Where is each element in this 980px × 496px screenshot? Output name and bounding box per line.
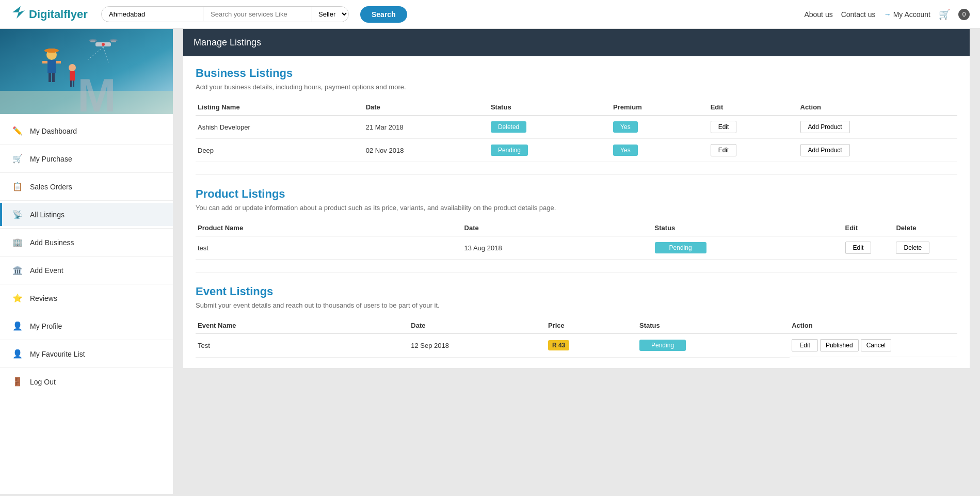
search-button[interactable]: Search — [360, 6, 407, 23]
sidebar-item-all-listings[interactable]: 📡 All Listings — [0, 203, 173, 226]
reviews-icon: ⭐ — [12, 293, 23, 303]
main-layout: M — [0, 29, 980, 494]
event-price-1: R 43 — [546, 334, 637, 358]
product-status-1: Pending — [653, 236, 843, 260]
edit-button-1[interactable]: Edit — [711, 121, 737, 133]
sidebar-item-reviews[interactable]: ⭐ Reviews — [0, 286, 173, 310]
svg-point-11 — [69, 64, 76, 71]
col-listing-edit: Edit — [709, 99, 798, 116]
listing-edit-1: Edit — [709, 116, 798, 139]
col-event-status: Status — [637, 317, 790, 334]
listing-action-2: Add Product — [798, 139, 957, 162]
search-services-input[interactable] — [203, 7, 312, 21]
favourite-icon: 👤 — [12, 349, 23, 359]
sidebar-label-add-event: Add Event — [30, 266, 63, 275]
event-actions-1: Edit Published Cancel — [790, 334, 957, 357]
event-name-1: Test — [196, 334, 409, 358]
col-product-delete: Delete — [894, 220, 957, 236]
event-date-1: 12 Sep 2018 — [409, 334, 546, 358]
svg-point-18 — [102, 43, 105, 46]
add-product-button-1[interactable]: Add Product — [800, 121, 850, 133]
dashboard-icon: ✏️ — [12, 126, 23, 136]
svg-rect-5 — [49, 49, 55, 53]
svg-rect-7 — [49, 73, 51, 82]
logo-icon — [10, 4, 27, 24]
sidebar-item-purchase[interactable]: 🛒 My Purchase — [0, 147, 173, 170]
my-account-link[interactable]: → My Account — [884, 10, 930, 19]
search-type-select[interactable]: Seller Buyer — [312, 7, 348, 22]
svg-text:M: M — [77, 70, 116, 114]
edit-button-2[interactable]: Edit — [711, 144, 737, 156]
product-delete-button-1[interactable]: Delete — [896, 242, 929, 254]
svg-rect-8 — [52, 73, 55, 82]
sidebar: M — [0, 29, 173, 494]
col-listing-status: Status — [489, 99, 611, 116]
event-edit-button-1[interactable]: Edit — [792, 339, 818, 351]
listing-name-1: Ashish Developer — [196, 116, 364, 139]
listing-name-2: Deep — [196, 139, 364, 162]
sidebar-item-favourite[interactable]: 👤 My Favourite List — [0, 342, 173, 365]
logo[interactable]: Digitalflyer — [10, 4, 93, 24]
sidebar-item-dashboard[interactable]: ✏️ My Dashboard — [0, 119, 173, 142]
divider-3 — [0, 200, 173, 201]
separator-2 — [196, 272, 957, 273]
business-listings-table: Listing Name Date Status Premium Edit Ac… — [196, 99, 957, 162]
sidebar-label-add-business: Add Business — [30, 238, 74, 247]
add-event-icon: 🏛️ — [12, 265, 23, 275]
listing-status-1: Deleted — [489, 116, 611, 139]
event-listings-table: Event Name Date Price Status Action Test… — [196, 317, 957, 358]
sidebar-label-purchase: My Purchase — [30, 155, 72, 163]
divider-8 — [0, 340, 173, 340]
svg-rect-9 — [42, 61, 47, 63]
col-event-date: Date — [409, 317, 546, 334]
about-us-link[interactable]: About us — [804, 10, 832, 19]
product-name-1: test — [196, 236, 462, 260]
product-edit-button-1[interactable]: Edit — [845, 242, 872, 254]
search-bar: Seller Buyer — [101, 6, 349, 22]
sidebar-item-my-profile[interactable]: 👤 My Profile — [0, 314, 173, 338]
divider-5 — [0, 256, 173, 257]
event-cancel-button-1[interactable]: Cancel — [861, 339, 891, 351]
table-row: Deep 02 Nov 2018 Pending Yes Edit Add Pr… — [196, 139, 957, 162]
search-city-input[interactable] — [102, 7, 203, 21]
svg-rect-6 — [47, 60, 56, 73]
table-row: Test 12 Sep 2018 R 43 Pending Edit Publi… — [196, 334, 957, 358]
sidebar-item-add-business[interactable]: 🏢 Add Business — [0, 231, 173, 254]
event-status-1: Pending — [637, 334, 790, 358]
sidebar-label-sales-orders: Sales Orders — [30, 183, 72, 191]
contact-us-link[interactable]: Contact us — [841, 10, 876, 19]
col-listing-action: Action — [798, 99, 957, 116]
listing-date-2: 02 Nov 2018 — [364, 139, 489, 162]
header: Digitalflyer Seller Buyer Search About u… — [0, 0, 980, 29]
svg-rect-12 — [70, 71, 75, 81]
sidebar-nav: ✏️ My Dashboard 🛒 My Purchase 📋 Sales Or… — [0, 114, 173, 398]
sidebar-item-sales-orders[interactable]: 📋 Sales Orders — [0, 175, 173, 198]
cart-badge: 0 — [958, 9, 970, 20]
col-event-action: Action — [790, 317, 957, 334]
event-listings-desc: Submit your event details and reach out … — [196, 301, 957, 309]
svg-rect-13 — [70, 81, 72, 87]
separator-1 — [196, 174, 957, 175]
product-edit-1: Edit — [843, 236, 894, 260]
listing-edit-2: Edit — [709, 139, 798, 162]
col-event-price: Price — [546, 317, 637, 334]
product-date-1: 13 Aug 2018 — [462, 236, 653, 260]
sidebar-item-add-event[interactable]: 🏛️ Add Event — [0, 259, 173, 282]
add-product-button-2[interactable]: Add Product — [800, 144, 850, 156]
col-product-date: Date — [462, 220, 653, 236]
divider-7 — [0, 312, 173, 312]
divider-6 — [0, 284, 173, 284]
sales-orders-icon: 📋 — [12, 182, 23, 191]
divider-4 — [0, 228, 173, 229]
col-listing-name: Listing Name — [196, 99, 364, 116]
event-published-button-1[interactable]: Published — [820, 339, 859, 351]
sidebar-label-reviews: Reviews — [30, 294, 57, 302]
divider-1 — [0, 145, 173, 145]
manage-listings-header: Manage Listings — [183, 29, 970, 56]
sidebar-item-logout[interactable]: 🚪 Log Out — [0, 370, 173, 393]
table-row: test 13 Aug 2018 Pending Edit Delete — [196, 236, 957, 260]
col-product-edit: Edit — [843, 220, 894, 236]
cart-icon[interactable]: 🛒 — [939, 9, 950, 20]
purchase-icon: 🛒 — [12, 154, 23, 164]
sidebar-label-all-listings: All Listings — [30, 211, 65, 219]
